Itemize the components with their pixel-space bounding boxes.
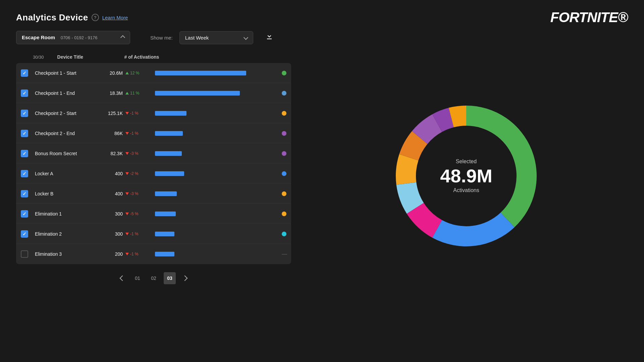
trend-value: -2 % bbox=[130, 171, 139, 176]
row-checkbox[interactable] bbox=[21, 190, 28, 197]
show-me-label: Show me: bbox=[150, 35, 173, 41]
header-left: Analytics Device ? Learn More bbox=[16, 12, 128, 23]
chart-section: Selected 48.9M Activations bbox=[305, 54, 628, 291]
activation-bar bbox=[155, 111, 186, 116]
activation-bar-container bbox=[155, 252, 276, 256]
activation-count: 86K bbox=[99, 131, 123, 136]
col-device-title: Device Title bbox=[57, 54, 124, 60]
activation-count: 18.3M bbox=[99, 90, 123, 96]
color-dot bbox=[282, 171, 286, 176]
table-row[interactable]: Locker A400-2 % bbox=[16, 164, 291, 184]
activation-bar bbox=[155, 252, 174, 256]
row-checkbox[interactable] bbox=[21, 230, 28, 238]
map-dropdown[interactable]: Escape Room 0706 - 0192 - 9176 bbox=[16, 31, 130, 44]
row-checkbox[interactable] bbox=[21, 250, 28, 258]
trend-value: 12 % bbox=[130, 71, 139, 75]
trend-down-icon bbox=[125, 233, 129, 235]
activation-bar bbox=[155, 171, 184, 176]
trend-value: -3 % bbox=[130, 151, 139, 156]
donut-center: Selected 48.9M Activations bbox=[440, 159, 492, 193]
device-name: Elimination 1 bbox=[35, 211, 99, 217]
activation-count: 20.6M bbox=[99, 70, 123, 76]
trend-value: -3 % bbox=[130, 191, 139, 196]
table-row[interactable]: Bonus Room Secret82.3K-3 % bbox=[16, 143, 291, 164]
color-dot bbox=[282, 91, 286, 96]
chevron-left-icon bbox=[120, 276, 125, 281]
table-header: 30/30 Device Title # of Activations bbox=[16, 54, 291, 63]
chevron-down-icon bbox=[244, 35, 248, 40]
chevron-up-icon bbox=[120, 35, 125, 40]
trend-indicator: 11 % bbox=[123, 91, 150, 96]
table-row[interactable]: Locker B400-3 % bbox=[16, 184, 291, 204]
row-checkbox[interactable] bbox=[21, 130, 28, 137]
page-title: Analytics Device bbox=[16, 12, 88, 23]
no-color-indicator: — bbox=[282, 251, 286, 257]
row-checkbox[interactable] bbox=[21, 89, 28, 97]
table-row[interactable]: Elimination 2300-1 % bbox=[16, 224, 291, 244]
trend-up-icon bbox=[125, 92, 129, 95]
prev-page-button[interactable] bbox=[117, 273, 127, 283]
activation-count: 400 bbox=[99, 191, 123, 196]
page-02-button[interactable]: 02 bbox=[148, 272, 160, 284]
download-button[interactable] bbox=[265, 33, 273, 43]
trend-up-icon bbox=[125, 72, 129, 74]
color-dot bbox=[282, 71, 286, 75]
row-checkbox[interactable] bbox=[21, 110, 28, 117]
activation-bar bbox=[155, 232, 174, 236]
device-name: Locker A bbox=[35, 171, 99, 176]
trend-indicator: -5 % bbox=[123, 212, 150, 216]
row-checkbox[interactable] bbox=[21, 170, 28, 177]
trend-indicator: -1 % bbox=[123, 111, 150, 116]
activation-count: 300 bbox=[99, 211, 123, 217]
activation-bar bbox=[155, 151, 182, 156]
page-03-button[interactable]: 03 bbox=[164, 272, 176, 284]
color-dot bbox=[282, 111, 286, 116]
table-row[interactable]: Checkpoint 2 - End86K-1 % bbox=[16, 123, 291, 143]
activation-bar-container bbox=[155, 232, 276, 236]
row-checkbox[interactable] bbox=[21, 150, 28, 157]
help-icon[interactable]: ? bbox=[92, 14, 99, 21]
table-row[interactable]: Checkpoint 2 - Start125.1K-1 % bbox=[16, 103, 291, 123]
trend-indicator: -3 % bbox=[123, 151, 150, 156]
device-table: Checkpoint 1 - Start20.6M12 %Checkpoint … bbox=[16, 63, 291, 264]
fortnite-logo: FORTNITE® bbox=[550, 9, 628, 25]
row-checkbox[interactable] bbox=[21, 210, 28, 218]
next-page-button[interactable] bbox=[180, 273, 190, 283]
table-section: 30/30 Device Title # of Activations Chec… bbox=[16, 54, 291, 291]
activation-bar-container bbox=[155, 151, 276, 156]
trend-down-icon bbox=[125, 192, 129, 195]
trend-indicator: -2 % bbox=[123, 171, 150, 176]
trend-indicator: -1 % bbox=[123, 131, 150, 136]
table-row[interactable]: Checkpoint 1 - Start20.6M12 % bbox=[16, 63, 291, 83]
activation-count: 200 bbox=[99, 251, 123, 257]
device-name: Elimination 2 bbox=[35, 231, 99, 237]
page-01-button[interactable]: 01 bbox=[131, 272, 144, 284]
trend-down-icon bbox=[125, 253, 129, 255]
trend-down-icon bbox=[125, 152, 129, 155]
activation-bar bbox=[155, 71, 246, 75]
activation-count: 300 bbox=[99, 231, 123, 237]
color-dot bbox=[282, 191, 286, 196]
col-activations-title: # of Activations bbox=[124, 54, 159, 60]
trend-down-icon bbox=[125, 132, 129, 135]
trend-value: -1 % bbox=[130, 111, 139, 116]
table-row[interactable]: Elimination 3200-1 %— bbox=[16, 244, 291, 264]
controls-bar: Escape Room 0706 - 0192 - 9176 Show me: … bbox=[0, 31, 644, 44]
color-dot bbox=[282, 151, 286, 156]
activation-bar-container bbox=[155, 171, 276, 176]
time-dropdown[interactable]: Last Week bbox=[179, 31, 253, 44]
trend-down-icon bbox=[125, 213, 129, 215]
device-name: Checkpoint 2 - Start bbox=[35, 111, 99, 116]
learn-more-link[interactable]: Learn More bbox=[102, 15, 128, 20]
trend-value: -1 % bbox=[130, 131, 139, 136]
trend-value: -1 % bbox=[130, 252, 139, 256]
activation-bar bbox=[155, 212, 176, 216]
color-dot bbox=[282, 232, 286, 236]
table-row[interactable]: Checkpoint 1 - End18.3M11 % bbox=[16, 83, 291, 103]
header: Analytics Device ? Learn More FORTNITE® bbox=[0, 0, 644, 31]
device-name: Locker B bbox=[35, 191, 99, 196]
device-name: Checkpoint 1 - End bbox=[35, 90, 99, 96]
table-row[interactable]: Elimination 1300-5 % bbox=[16, 204, 291, 224]
activation-bar-container bbox=[155, 71, 276, 75]
row-checkbox[interactable] bbox=[21, 69, 28, 77]
